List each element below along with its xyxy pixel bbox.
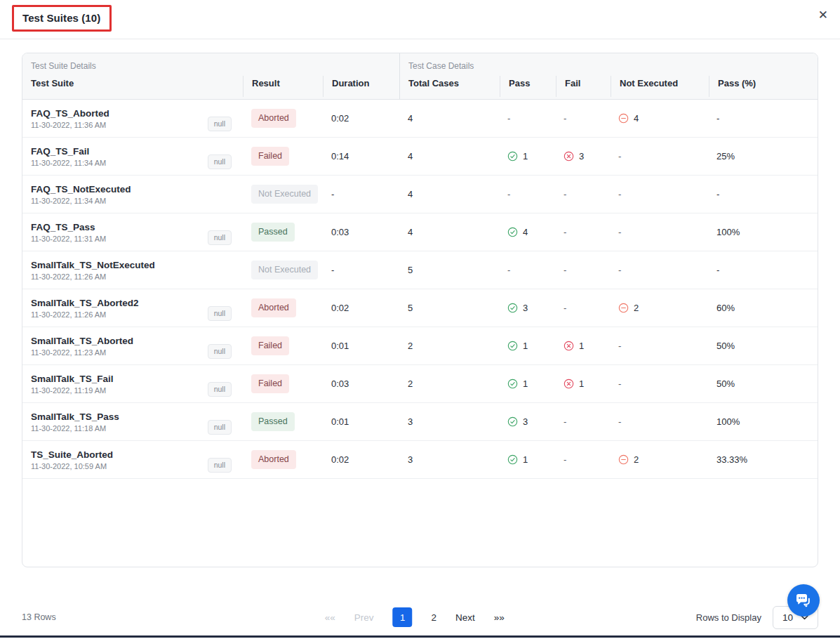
suite-cell: FAQ_TS_Pass 11-30-2022, 11:31 AM null: [22, 219, 243, 245]
empty-value: -: [564, 303, 566, 313]
total-cases-cell: 2: [399, 341, 499, 351]
result-chip: Failed: [251, 147, 289, 166]
suite-name: TS_Suite_Aborted: [31, 449, 113, 460]
suite-timestamp: 11-30-2022, 11:26 AM: [31, 310, 139, 319]
window-bottom-edge: [0, 635, 840, 638]
suite-timestamp: 11-30-2022, 11:34 AM: [31, 197, 131, 205]
table-row[interactable]: FAQ_TS_Aborted 11-30-2022, 11:36 AM null…: [22, 100, 818, 138]
total-cases-cell: 4: [399, 151, 499, 162]
table-header: Test Suite Details Test Suite Result Dur…: [22, 53, 818, 100]
table-row[interactable]: SmallTalk_TS_Aborted 11-30-2022, 11:23 A…: [22, 327, 818, 365]
suite-timestamp: 11-30-2022, 11:34 AM: [31, 159, 106, 167]
fail-cell: -: [555, 454, 610, 465]
null-badge: null: [208, 117, 232, 131]
suite-name: FAQ_TS_NotExecuted: [31, 184, 131, 195]
fail-cell: 1: [555, 341, 610, 351]
stat-count: 1: [579, 341, 584, 351]
null-badge: null: [208, 458, 232, 473]
red-annotation-box: Test Suites (10): [12, 5, 112, 32]
pass-cell: 1: [499, 341, 555, 351]
empty-value: -: [564, 416, 566, 427]
null-badge: null: [208, 230, 232, 245]
result-cell: Failed: [243, 147, 323, 166]
pass-icon: [507, 227, 518, 237]
pass-pct-cell: -: [708, 265, 818, 275]
empty-value: -: [618, 227, 621, 237]
duration-cell: 0:02: [323, 303, 399, 313]
next-page-button[interactable]: Next: [455, 612, 475, 623]
empty-value: -: [564, 113, 566, 124]
pass-pct-cell: -: [708, 189, 818, 199]
page-button-1[interactable]: 1: [393, 607, 413, 627]
duration-cell: 0:02: [323, 454, 399, 465]
table-row[interactable]: SmallTalk_TS_Pass 11-30-2022, 11:18 AM n…: [22, 403, 818, 441]
test-suites-table: Test Suite Details Test Suite Result Dur…: [22, 53, 818, 567]
fail-icon: [564, 341, 574, 351]
suite-name: FAQ_TS_Aborted: [31, 108, 109, 119]
pass-cell: -: [499, 189, 555, 199]
result-chip: Failed: [251, 374, 289, 393]
chat-widget-button[interactable]: [787, 584, 820, 617]
not-executed-cell: -: [610, 341, 708, 351]
null-badge: null: [208, 382, 232, 397]
suite-timestamp: 11-30-2022, 11:18 AM: [31, 424, 119, 433]
result-cell: Aborted: [243, 109, 323, 128]
table-row[interactable]: SmallTalk_TS_Aborted2 11-30-2022, 11:26 …: [22, 289, 818, 327]
suite-cell: FAQ_TS_Aborted 11-30-2022, 11:36 AM null: [22, 105, 243, 131]
empty-value: -: [618, 265, 621, 275]
pass-icon: [507, 151, 518, 162]
duration-cell: 0:02: [323, 113, 399, 124]
table-footer: 13 Rows «« Prev 1 2 Next »» Rows to Disp…: [22, 602, 818, 632]
pass-pct-cell: 60%: [708, 303, 818, 313]
table-row[interactable]: TS_Suite_Aborted 11-30-2022, 10:59 AM nu…: [22, 441, 818, 479]
table-body: FAQ_TS_Aborted 11-30-2022, 11:36 AM null…: [22, 100, 818, 479]
first-page-icon[interactable]: ««: [325, 612, 335, 623]
not-executed-cell: -: [610, 227, 708, 237]
table-row[interactable]: FAQ_TS_Fail 11-30-2022, 11:34 AM null Fa…: [22, 138, 818, 176]
pass-icon: [507, 378, 518, 389]
not-executed-cell: 2: [610, 303, 708, 313]
stat-count: 1: [523, 151, 528, 162]
suite-name: FAQ_TS_Fail: [31, 146, 106, 157]
suite-cell: SmallTalk_TS_NotExecuted 11-30-2022, 11:…: [22, 260, 243, 281]
table-row[interactable]: FAQ_TS_Pass 11-30-2022, 11:31 AM null Pa…: [22, 213, 818, 251]
duration-cell: 0:01: [323, 341, 399, 351]
not-executed-icon: [618, 113, 629, 124]
suite-timestamp: 11-30-2022, 11:19 AM: [31, 386, 114, 395]
pass-cell: -: [499, 113, 555, 124]
stat-count: 1: [579, 378, 584, 389]
prev-page-button[interactable]: Prev: [354, 612, 374, 623]
pass-cell: 1: [499, 151, 555, 162]
duration-cell: 0:03: [323, 227, 399, 237]
suite-cell: SmallTalk_TS_Pass 11-30-2022, 11:18 AM n…: [22, 409, 243, 435]
group-label-test-suite-details: Test Suite Details: [22, 61, 399, 71]
not-executed-cell: -: [610, 189, 708, 199]
pass-cell: 1: [499, 454, 555, 465]
pass-cell: -: [499, 265, 555, 275]
close-icon[interactable]: ✕: [818, 9, 828, 21]
result-cell: Not Executed: [243, 261, 323, 279]
pass-cell: 3: [499, 416, 555, 427]
total-cases-cell: 2: [399, 378, 499, 389]
table-row[interactable]: SmallTalk_TS_Fail 11-30-2022, 11:19 AM n…: [22, 365, 818, 403]
table-row[interactable]: SmallTalk_TS_NotExecuted 11-30-2022, 11:…: [22, 251, 818, 289]
total-cases-cell: 5: [399, 303, 499, 313]
fail-cell: -: [555, 189, 610, 199]
pagination: «« Prev 1 2 Next »»: [325, 607, 505, 627]
page-button-2[interactable]: 2: [432, 612, 437, 623]
stat-count: 1: [523, 341, 528, 351]
suite-timestamp: 11-30-2022, 11:23 AM: [31, 348, 133, 357]
duration-cell: -: [323, 189, 399, 199]
table-row[interactable]: FAQ_TS_NotExecuted 11-30-2022, 11:34 AM …: [22, 176, 818, 213]
pass-pct-cell: 100%: [708, 416, 818, 427]
null-badge: null: [208, 306, 232, 321]
rows-to-display-label: Rows to Display: [696, 612, 761, 623]
fail-cell: -: [555, 303, 610, 313]
modal-header: Test Suites (10) ✕: [0, 0, 840, 39]
last-page-icon[interactable]: »»: [494, 612, 505, 623]
suite-timestamp: 11-30-2022, 11:36 AM: [31, 121, 109, 129]
not-executed-cell: -: [610, 151, 708, 162]
stat-count: 1: [523, 378, 528, 389]
fail-icon: [564, 378, 574, 389]
duration-cell: 0:14: [323, 151, 399, 162]
